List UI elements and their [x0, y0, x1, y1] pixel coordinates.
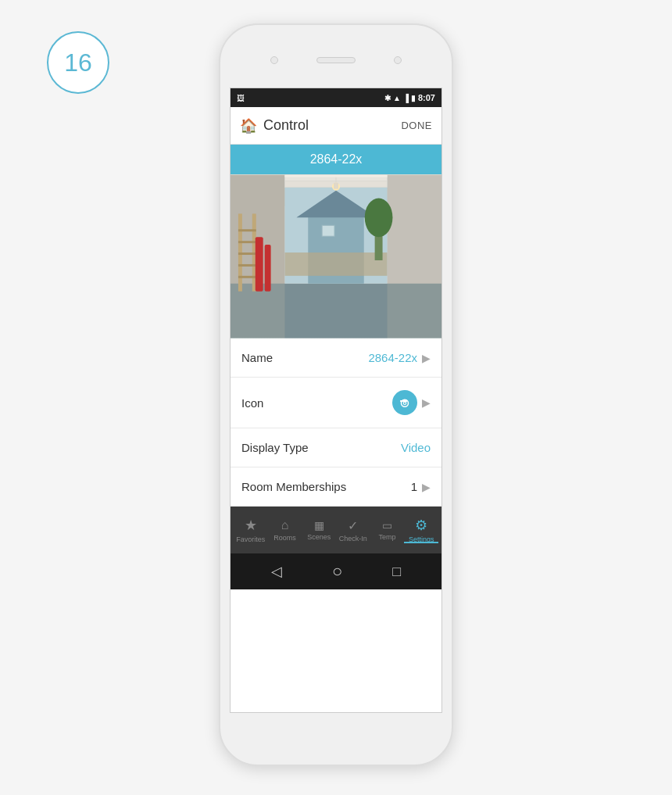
settings-icon: ⚙: [415, 517, 427, 534]
nav-item-settings[interactable]: ⚙ Settings: [404, 517, 438, 543]
svg-rect-20: [256, 237, 263, 291]
svg-rect-17: [238, 252, 256, 255]
settings-list: Name 2864-22x ▶ Icon: [231, 338, 441, 507]
active-nav-indicator: [404, 542, 438, 543]
name-row[interactable]: Name 2864-22x ▶: [231, 338, 441, 378]
svg-rect-16: [238, 241, 256, 243]
room-memberships-row[interactable]: Room Memberships 1 ▶: [231, 467, 441, 507]
icon-value-container: ▶: [392, 390, 431, 415]
bottom-nav: ★ Favorites ⌂ Rooms ▦ Scenes ✓ Check-In …: [231, 507, 441, 553]
app-header-left: 🏠 Control: [240, 117, 309, 134]
checkin-label: Check-In: [339, 535, 367, 543]
step-circle: 16: [47, 31, 109, 94]
nav-item-rooms[interactable]: ⌂ Rooms: [268, 518, 302, 542]
rooms-icon: ⌂: [281, 518, 289, 532]
icon-chevron-icon: ▶: [422, 396, 431, 409]
phone-screen: 🖼 ✱ ▲ ▐ ▮ 8:07 🏠 Control DONE 2864-22x: [230, 88, 442, 713]
status-right-icons: ✱ ▲ ▐ ▮ 8:07: [384, 93, 435, 102]
name-value-container: 2864-22x ▶: [368, 351, 431, 364]
svg-rect-25: [284, 175, 387, 177]
scenes-label: Scenes: [307, 533, 331, 541]
favorites-icon: ★: [245, 517, 257, 534]
battery-icon: ▮: [411, 94, 416, 102]
home-icon: 🏠: [240, 117, 257, 134]
app-header: 🏠 Control DONE: [231, 107, 441, 145]
back-button[interactable]: ◁: [271, 563, 282, 580]
signal-icon: ▐: [403, 94, 409, 102]
status-left-icon: 🖼: [237, 94, 245, 102]
svg-rect-31: [402, 399, 407, 402]
temp-label: Temp: [379, 533, 396, 541]
device-title-bar: 2864-22x: [231, 145, 441, 174]
display-type-row[interactable]: Display Type Video: [231, 428, 441, 467]
favorites-label: Favorites: [236, 535, 265, 543]
status-icon-photo: 🖼: [237, 94, 245, 102]
phone-top: [220, 25, 452, 88]
recent-button[interactable]: □: [392, 564, 401, 580]
name-chevron-icon: ▶: [422, 352, 431, 364]
time-display: 8:07: [418, 93, 435, 102]
svg-point-30: [404, 403, 406, 404]
scenes-icon: ▦: [314, 519, 324, 532]
room-memberships-label: Room Memberships: [241, 480, 346, 493]
nav-item-temp[interactable]: ▭ Temp: [370, 519, 405, 541]
nav-item-checkin[interactable]: ✓ Check-In: [336, 518, 370, 543]
svg-rect-19: [238, 276, 256, 278]
name-value: 2864-22x: [368, 351, 417, 364]
svg-rect-5: [284, 284, 387, 338]
nav-item-scenes[interactable]: ▦ Scenes: [302, 519, 336, 541]
camera-icon-circle: [392, 390, 417, 415]
checkin-icon: ✓: [348, 518, 358, 533]
temp-icon: ▭: [382, 519, 392, 532]
icon-row[interactable]: Icon ▶: [231, 378, 441, 428]
wifi-icon: ▲: [393, 94, 401, 102]
svg-rect-21: [265, 245, 271, 292]
system-bar: ◁ ○ □: [231, 553, 441, 589]
nav-item-favorites[interactable]: ★ Favorites: [234, 517, 268, 543]
svg-rect-18: [238, 264, 256, 267]
display-type-label: Display Type: [241, 441, 309, 454]
phone-camera-dot-2: [394, 56, 402, 64]
display-type-value: Video: [401, 441, 431, 454]
app-title: Control: [263, 117, 309, 134]
svg-rect-10: [284, 252, 387, 276]
display-type-value-container: Video: [401, 441, 431, 454]
garage-image: [231, 174, 441, 338]
svg-rect-32: [400, 400, 402, 402]
room-memberships-value: 1: [411, 480, 417, 493]
status-bar: 🖼 ✱ ▲ ▐ ▮ 8:07: [231, 88, 441, 107]
svg-rect-9: [322, 225, 334, 236]
room-memberships-value-container: 1 ▶: [411, 480, 431, 493]
camera-preview: [231, 174, 441, 338]
bluetooth-icon: ✱: [384, 94, 391, 102]
svg-point-12: [365, 199, 393, 238]
svg-rect-27: [334, 183, 338, 189]
name-label: Name: [241, 351, 273, 364]
home-button[interactable]: ○: [332, 561, 342, 582]
svg-rect-15: [238, 229, 256, 231]
phone-speaker: [316, 57, 356, 63]
rooms-label: Rooms: [273, 534, 296, 542]
room-memberships-chevron-icon: ▶: [422, 481, 431, 493]
phone-camera-dot: [270, 56, 278, 64]
icon-label: Icon: [241, 396, 263, 410]
done-button[interactable]: DONE: [401, 120, 432, 131]
phone-shell: 🖼 ✱ ▲ ▐ ▮ 8:07 🏠 Control DONE 2864-22x: [219, 23, 453, 766]
